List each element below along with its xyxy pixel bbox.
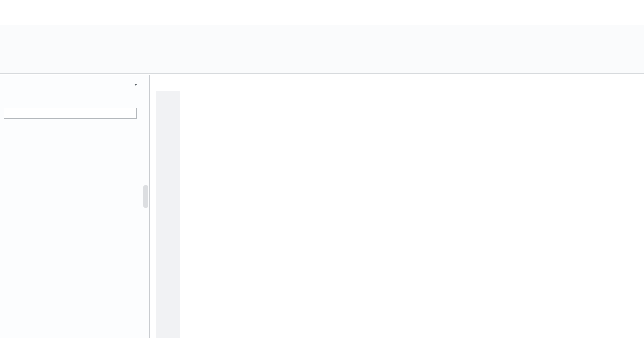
quick-access-toolbar [0, 0, 644, 12]
ribbon-tab-row [0, 12, 644, 25]
application-builder-panel [0, 75, 150, 338]
app-tree [0, 122, 149, 338]
editor-area [156, 75, 644, 338]
code-editor[interactable] [156, 91, 644, 338]
main-area [0, 74, 644, 338]
filter-input[interactable] [4, 108, 137, 119]
editor-tab-strip [156, 75, 644, 91]
title-bar [0, 0, 644, 12]
sidebar-scrollbar-thumb[interactable] [143, 185, 148, 208]
line-number-gutter [156, 91, 180, 338]
ribbon [0, 25, 644, 74]
panel-menu-caret-icon[interactable] [134, 84, 137, 86]
comsol-window [0, 0, 644, 338]
refresh-icon[interactable] [135, 108, 145, 117]
